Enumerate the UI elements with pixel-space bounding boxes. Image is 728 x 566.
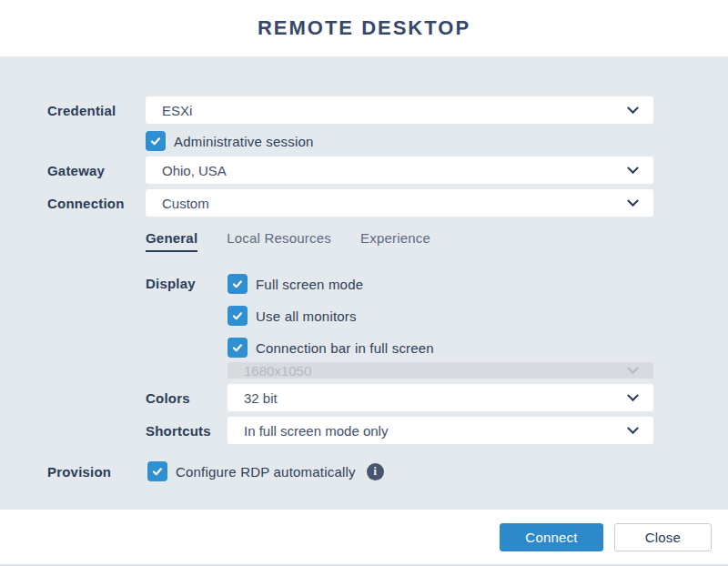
admin-session-checkbox[interactable]: [146, 131, 166, 151]
admin-session-label: Administrative session: [174, 134, 314, 149]
all-monitors-label: Use all monitors: [256, 308, 357, 324]
connect-button[interactable]: Connect: [500, 523, 602, 551]
connection-bar-label: Connection bar in full screen: [256, 340, 434, 356]
info-icon[interactable]: i: [367, 463, 384, 480]
colors-select[interactable]: 32 bit: [228, 384, 653, 411]
credential-select[interactable]: ESXi: [146, 96, 653, 124]
gateway-select[interactable]: Ohio, USA: [146, 157, 653, 184]
chevron-down-icon: [624, 195, 641, 211]
display-label: Display: [146, 276, 228, 291]
shortcuts-select[interactable]: In full screen mode only: [228, 417, 653, 444]
chevron-down-icon: [624, 162, 641, 178]
configure-rdp-checkbox[interactable]: [147, 461, 167, 481]
connection-value: Custom: [162, 196, 209, 211]
connection-label: Connection: [47, 196, 146, 211]
shortcuts-value: In full screen mode only: [244, 423, 388, 439]
provision-row: Provision Configure RDP automatically i: [47, 461, 653, 481]
shortcuts-row: Shortcuts In full screen mode only: [146, 417, 653, 444]
colors-value: 32 bit: [244, 390, 278, 406]
admin-session-row: Administrative session: [47, 131, 653, 151]
shortcuts-label: Shortcuts: [146, 423, 228, 439]
chevron-down-icon: [624, 102, 641, 118]
connection-row: Connection Custom: [47, 189, 653, 217]
gateway-label: Gateway: [47, 163, 146, 178]
checkmark-icon: [231, 341, 244, 354]
page-title: REMOTE DESKTOP: [258, 16, 470, 40]
display-row: Display Full screen mode Use all monitor…: [146, 274, 653, 379]
gateway-value: Ohio, USA: [162, 163, 227, 178]
tab-local-resources[interactable]: Local Resources: [227, 230, 331, 252]
remote-desktop-dialog: REMOTE DESKTOP Credential ESXi Administr…: [0, 0, 728, 566]
chevron-down-icon: [624, 362, 641, 379]
credential-label: Credential: [47, 103, 146, 118]
checkmark-icon: [151, 465, 164, 478]
checkmark-icon: [149, 135, 162, 147]
tab-experience[interactable]: Experience: [360, 230, 430, 252]
dialog-body: Credential ESXi Administrative session G…: [0, 56, 728, 510]
all-monitors-option: Use all monitors: [228, 306, 653, 326]
connection-bar-checkbox[interactable]: [228, 338, 248, 358]
credential-row: Credential ESXi: [47, 96, 653, 124]
credential-value: ESXi: [162, 103, 192, 118]
gateway-row: Gateway Ohio, USA: [47, 157, 653, 184]
resolution-select: 1680x1050: [228, 362, 653, 379]
close-button[interactable]: Close: [614, 523, 712, 551]
checkmark-icon: [231, 309, 244, 322]
connection-bar-option: Connection bar in full screen: [228, 338, 653, 358]
provision-label: Provision: [47, 464, 147, 480]
chevron-down-icon: [624, 422, 641, 439]
all-monitors-checkbox[interactable]: [228, 306, 248, 326]
fullscreen-label: Full screen mode: [256, 277, 363, 292]
resolution-value: 1680x1050: [244, 363, 311, 379]
connection-tabs: General Local Resources Experience: [146, 230, 728, 252]
tab-general[interactable]: General: [146, 230, 197, 252]
colors-label: Colors: [146, 390, 228, 406]
dialog-header: REMOTE DESKTOP: [0, 0, 728, 56]
fullscreen-option: Full screen mode: [228, 274, 653, 294]
checkmark-icon: [231, 278, 244, 290]
fullscreen-checkbox[interactable]: [228, 274, 248, 294]
dialog-footer: Connect Close: [0, 510, 728, 564]
colors-row: Colors 32 bit: [146, 384, 653, 411]
connection-select[interactable]: Custom: [146, 189, 653, 217]
chevron-down-icon: [624, 389, 641, 406]
configure-rdp-label: Configure RDP automatically: [176, 464, 356, 480]
